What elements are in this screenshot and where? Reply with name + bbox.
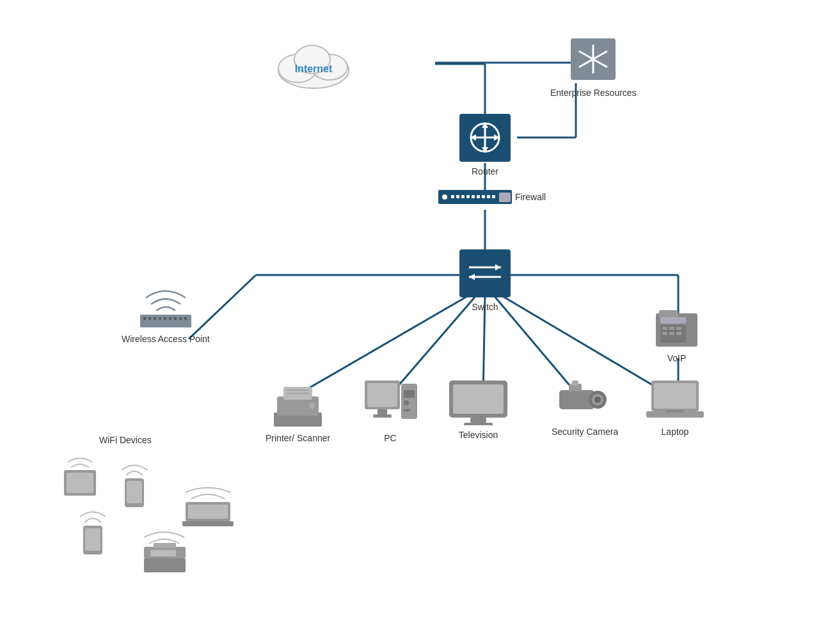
svg-rect-108	[85, 528, 100, 551]
svg-rect-78	[470, 418, 486, 423]
wifi-device-phone1	[118, 457, 150, 508]
svg-rect-53	[143, 317, 146, 320]
wifi-device-printer	[141, 524, 189, 576]
internet-node: Internet	[269, 35, 358, 90]
svg-rect-56	[159, 317, 161, 320]
internet-icon: Internet	[269, 35, 358, 90]
security-camera-node: Security Camera	[552, 377, 618, 437]
svg-rect-112	[154, 543, 176, 548]
svg-rect-57	[164, 317, 166, 320]
svg-rect-96	[662, 332, 667, 335]
svg-rect-94	[669, 327, 674, 330]
svg-rect-99	[660, 317, 686, 324]
svg-rect-46	[499, 192, 511, 202]
switch-icon	[459, 249, 511, 297]
svg-rect-47	[459, 249, 511, 297]
svg-rect-43	[482, 195, 485, 198]
laptop-icon	[646, 377, 704, 422]
svg-rect-70	[378, 409, 387, 414]
svg-rect-41	[472, 195, 475, 198]
security-camera-icon	[556, 377, 614, 422]
laptop-label: Laptop	[662, 426, 689, 437]
svg-rect-42	[477, 195, 480, 198]
svg-rect-69	[367, 383, 397, 407]
wifi-laptop1-icon	[182, 480, 234, 531]
firewall-node: Firewall	[438, 189, 528, 207]
enterprise-node: Enterprise Resources	[550, 35, 637, 98]
security-camera-label: Security Camera	[552, 426, 618, 437]
enterprise-icon	[568, 35, 619, 83]
svg-rect-103	[127, 481, 142, 503]
svg-rect-52	[140, 315, 191, 327]
svg-rect-101	[67, 473, 93, 493]
svg-rect-106	[182, 521, 234, 526]
svg-rect-72	[401, 384, 417, 419]
pc-icon	[362, 377, 419, 428]
svg-rect-97	[669, 332, 674, 335]
voip-node: VoIP	[653, 307, 701, 364]
svg-rect-85	[572, 381, 578, 386]
television-node: Television	[448, 377, 509, 441]
wifi-devices-label: WiFi Devices	[99, 435, 152, 445]
router-node: Router	[459, 114, 511, 177]
svg-rect-98	[676, 332, 681, 335]
svg-rect-54	[148, 317, 151, 320]
pc-node: PC	[362, 377, 419, 444]
svg-point-36	[442, 194, 447, 200]
svg-rect-75	[404, 409, 410, 411]
voip-icon	[653, 307, 701, 349]
router-label: Router	[472, 166, 498, 177]
wifi-phone2-icon	[77, 505, 109, 556]
enterprise-label: Enterprise Resources	[550, 87, 637, 98]
svg-rect-60	[179, 317, 182, 320]
wifi-device-laptop	[182, 480, 234, 531]
svg-rect-39	[461, 195, 465, 198]
printer-node: Printer/ Scanner	[266, 377, 330, 444]
svg-rect-61	[184, 317, 187, 320]
svg-rect-37	[451, 195, 454, 198]
firewall-icon	[438, 189, 528, 207]
svg-point-83	[594, 397, 601, 403]
svg-point-74	[404, 400, 409, 405]
svg-rect-111	[150, 550, 176, 556]
printer-label: Printer/ Scanner	[266, 432, 330, 444]
wap-label: Wireless Access Point	[122, 333, 210, 345]
svg-rect-89	[665, 410, 685, 412]
svg-rect-105	[188, 505, 228, 519]
wifi-phone1-icon	[118, 457, 150, 508]
firewall-label: Firewall	[515, 191, 546, 203]
pc-label: PC	[384, 432, 396, 444]
svg-rect-44	[487, 195, 490, 198]
svg-rect-45	[492, 195, 495, 198]
svg-rect-40	[466, 195, 470, 198]
switch-node: Switch	[459, 249, 511, 313]
wifi-device-tablet	[61, 451, 99, 499]
svg-rect-71	[373, 414, 392, 418]
svg-rect-73	[404, 390, 415, 398]
printer-icon	[271, 377, 325, 428]
svg-rect-59	[174, 317, 177, 320]
television-icon	[448, 377, 509, 425]
svg-rect-77	[453, 384, 504, 414]
laptop-node: Laptop	[646, 377, 704, 437]
switch-label: Switch	[472, 301, 498, 313]
wifi-tablet-icon	[61, 451, 99, 499]
svg-rect-91	[659, 310, 678, 318]
svg-rect-58	[169, 317, 171, 320]
svg-rect-95	[676, 327, 681, 330]
svg-text:Internet: Internet	[295, 63, 333, 74]
television-label: Television	[459, 429, 498, 441]
wifi-device-phone2	[77, 505, 109, 556]
svg-point-67	[309, 402, 315, 409]
voip-label: VoIP	[667, 352, 687, 364]
wifi-printer1-icon	[141, 524, 189, 576]
svg-rect-110	[144, 558, 186, 572]
wap-node: Wireless Access Point	[122, 281, 210, 345]
svg-rect-55	[154, 317, 156, 320]
svg-rect-93	[662, 327, 667, 330]
svg-rect-79	[464, 423, 493, 425]
wap-icon	[131, 281, 201, 329]
network-diagram: Internet Enterprise Resources Router	[0, 0, 819, 644]
router-icon	[459, 114, 511, 162]
svg-rect-38	[456, 195, 459, 198]
